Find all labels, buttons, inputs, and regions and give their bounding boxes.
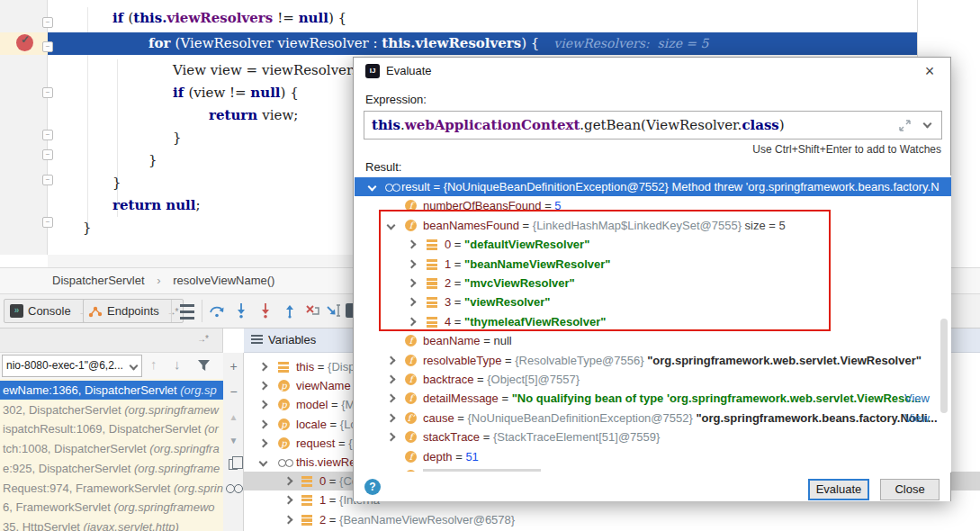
expand-chevron-icon[interactable] xyxy=(284,496,293,505)
result-tree-row[interactable]: fbeanName = null xyxy=(355,331,951,350)
expand-chevron-icon[interactable] xyxy=(259,363,268,372)
frame-location: 6, FrameworkServlet xyxy=(3,500,114,514)
code-line[interactable]: } xyxy=(173,127,182,149)
result-scrollbar-thumb[interactable] xyxy=(940,319,948,413)
expand-chevron-icon[interactable] xyxy=(284,477,293,486)
dialog-title-bar[interactable]: IJ Evaluate × xyxy=(354,58,950,85)
drop-frame-icon[interactable] xyxy=(304,302,322,320)
expand-chevron-icon[interactable] xyxy=(368,183,377,192)
expand-chevron-icon[interactable] xyxy=(387,375,396,384)
expand-chevron-icon[interactable] xyxy=(387,413,396,422)
result-tree-row[interactable]: 0 = "defaultViewResolver" xyxy=(355,235,951,254)
expand-chevron-icon[interactable] xyxy=(408,279,417,288)
expand-chevron-icon[interactable] xyxy=(259,458,268,467)
code-line[interactable]: View view = viewResolver. xyxy=(173,59,355,82)
tab-endpoints[interactable]: Endpoints →* xyxy=(83,299,184,323)
frame-row[interactable]: 35, HttpServlet (javax.servlet.http) xyxy=(0,518,223,531)
expand-chevron-icon[interactable] xyxy=(408,259,417,268)
thread-selector[interactable]: nio-8080-exec-1"@6,2... xyxy=(2,355,142,377)
result-tree-row[interactable]: fdepth = 51 xyxy=(355,447,951,466)
fold-marker-icon[interactable]: − xyxy=(42,149,53,160)
result-tree-row[interactable]: 4 = "thymeleafViewResolver" xyxy=(355,312,951,331)
result-tree-row[interactable]: 1 = "beanNameViewResolver" xyxy=(355,255,951,274)
move-down-icon[interactable]: ▼ xyxy=(227,434,240,447)
expand-chevron-icon[interactable] xyxy=(259,400,268,410)
close-icon[interactable]: × xyxy=(920,60,940,82)
frame-row[interactable]: e:925, DispatcherServlet (org.springfram… xyxy=(0,459,223,478)
result-tree-row[interactable]: fbacktrace = {Object[5]@7557} xyxy=(355,370,951,389)
fold-marker-icon[interactable]: − xyxy=(42,87,53,98)
frame-row[interactable]: 6, FrameworkServlet (org.springframewo xyxy=(0,498,223,517)
code-line[interactable]: return null; xyxy=(112,194,201,217)
frame-row[interactable]: Request:974, FrameworkServlet (org.sprin xyxy=(0,479,223,498)
move-up-icon[interactable]: ▲ xyxy=(227,410,240,424)
expand-chevron-icon[interactable] xyxy=(259,382,268,391)
evaluate-button[interactable]: Evaluate xyxy=(808,479,869,500)
fold-marker-icon[interactable]: − xyxy=(42,130,53,140)
frame-row[interactable]: ewName:1366, DispatcherServlet (org.sp xyxy=(0,381,223,400)
result-tree-row[interactable]: fnumberOfBeansFound = 5 xyxy=(355,196,951,215)
result-tree-row[interactable]: f’cause = {NoUniqueBeanDefinitionExcepti… xyxy=(355,409,951,428)
variable-row[interactable]: 2 = {BeanNameViewResolver@6578} xyxy=(244,510,980,529)
view-link[interactable]: View xyxy=(904,389,930,408)
expand-chevron-icon[interactable] xyxy=(284,515,293,524)
filter-icon[interactable] xyxy=(197,359,211,372)
fold-marker-icon[interactable]: − xyxy=(42,175,53,185)
result-label: Result: xyxy=(365,160,401,174)
expand-chevron-icon[interactable] xyxy=(408,298,417,307)
expand-chevron-icon[interactable] xyxy=(387,433,396,442)
add-watch-icon[interactable]: + xyxy=(227,360,240,374)
result-tree-row[interactable]: fdetailMessage = "No qualifying bean of … xyxy=(355,389,951,408)
code-line[interactable]: if (this.viewResolvers != null) { xyxy=(112,7,346,30)
code-line[interactable]: } xyxy=(148,149,157,172)
history-chevron-icon[interactable] xyxy=(923,120,932,129)
code-line[interactable]: for (ViewResolver viewResolver : this.vi… xyxy=(148,32,708,55)
breadcrumb-method[interactable]: resolveViewName() xyxy=(173,274,274,287)
frame-down-icon[interactable]: ↓ xyxy=(174,356,181,372)
code-line[interactable]: if (view != null) { xyxy=(173,82,299,104)
expand-chevron-icon[interactable] xyxy=(259,419,268,428)
code-line[interactable]: return view; xyxy=(209,104,298,127)
run-to-cursor-icon[interactable] xyxy=(326,302,344,320)
variables-menu-icon[interactable] xyxy=(251,335,263,344)
duplicate-icon[interactable] xyxy=(229,459,238,470)
expand-chevron-icon[interactable] xyxy=(408,240,417,249)
result-tree-row[interactable]: result = {NoUniqueBeanDefinitionExceptio… xyxy=(355,177,951,196)
breadcrumb-class[interactable]: DispatcherServlet xyxy=(52,274,145,287)
expand-editor-icon[interactable] xyxy=(899,120,911,131)
dialog-title: Evaluate xyxy=(386,58,432,85)
result-tree-row[interactable]: fbeanNamesFound = {LinkedHashMap$LinkedK… xyxy=(355,216,951,235)
text-segment: ) { xyxy=(281,85,299,101)
frame-row[interactable]: 302, DispatcherServlet (org.springframew xyxy=(0,400,223,419)
expand-chevron-icon[interactable] xyxy=(387,394,396,403)
code-line[interactable]: } xyxy=(112,172,121,194)
help-icon[interactable]: ? xyxy=(364,479,381,495)
watch-glasses-icon[interactable] xyxy=(226,484,242,492)
step-out-icon[interactable] xyxy=(282,302,300,320)
result-tree-row[interactable]: fstackTrace = {StackTraceElement[51]@755… xyxy=(355,428,951,446)
result-tree-row[interactable]: 2 = "mvcViewResolver" xyxy=(355,274,951,292)
breakpoint-icon[interactable] xyxy=(16,34,33,51)
expand-chevron-icon[interactable] xyxy=(387,220,396,230)
frame-row[interactable]: tch:1008, DispatcherServlet (org.springf… xyxy=(0,439,223,458)
result-tree-row[interactable]: 3 = "viewResolver" xyxy=(355,292,951,311)
result-tree-row[interactable]: fresolvableType = {ResolvableType@7556} … xyxy=(355,351,951,370)
step-into-icon[interactable] xyxy=(233,302,251,320)
frame-up-icon[interactable]: ↑ xyxy=(150,356,157,372)
layout-menu-icon[interactable] xyxy=(180,304,194,320)
expand-chevron-icon[interactable] xyxy=(408,317,417,326)
expand-chevron-icon[interactable] xyxy=(387,356,396,364)
view-link[interactable]: View xyxy=(904,409,930,428)
frame-row[interactable]: ispatchResult:1069, DispatcherServlet (o… xyxy=(0,419,223,438)
expression-input[interactable]: this.webApplicationContext.getBean(ViewR… xyxy=(364,111,942,140)
tab-console[interactable]: » Console →* xyxy=(4,299,95,323)
force-step-into-icon[interactable] xyxy=(257,302,275,320)
remove-watch-icon[interactable]: − xyxy=(227,385,240,399)
code-line[interactable]: } xyxy=(83,217,92,239)
fold-marker-icon[interactable]: − xyxy=(42,17,53,28)
step-over-icon[interactable] xyxy=(209,302,227,320)
expand-chevron-icon[interactable] xyxy=(259,438,268,447)
close-button[interactable]: Close xyxy=(880,479,940,500)
fold-marker-icon[interactable]: − xyxy=(42,217,53,228)
fold-marker-icon[interactable]: − xyxy=(42,41,53,52)
